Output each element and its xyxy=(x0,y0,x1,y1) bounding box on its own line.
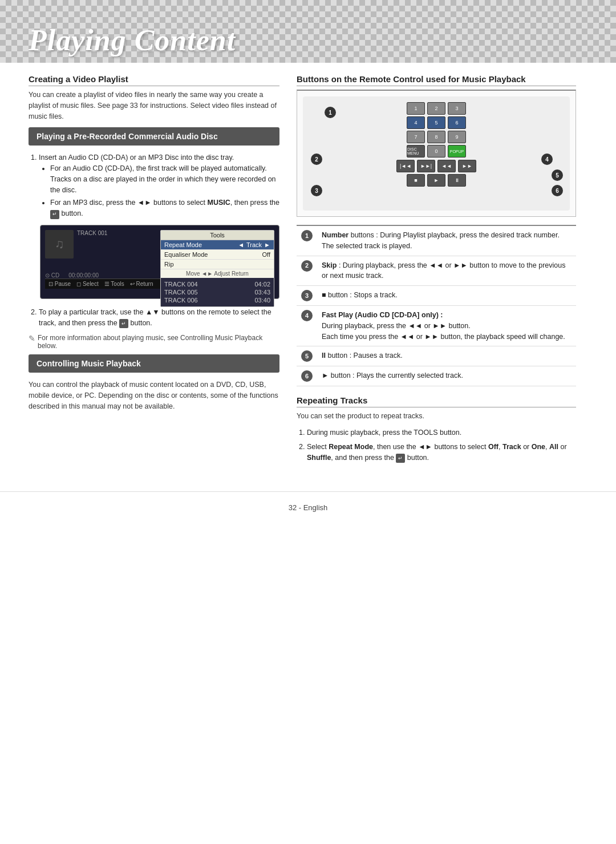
track-6-time: 03:40 xyxy=(254,297,270,304)
btn-play: ► xyxy=(427,174,445,187)
step-1-bullets: For an Audio CD (CD-DA), the first track… xyxy=(50,163,279,219)
one-bold: One xyxy=(532,443,545,451)
btn-6: 6 xyxy=(448,116,466,129)
track-bold: Track xyxy=(502,443,521,451)
equaliser-label: Equaliser Mode xyxy=(164,251,262,258)
ref-row-5: 5 II button : Pauses a track. xyxy=(297,346,576,366)
remote-buttons: 1 2 3 4 5 6 7 8 9 DISC MEN xyxy=(391,102,482,188)
track-6-name: TRACK 006 xyxy=(164,297,198,304)
circle-3: 3 xyxy=(301,290,313,301)
btn-3: 3 xyxy=(448,102,466,115)
ref-num-4: 4 xyxy=(297,306,317,346)
circle-2: 2 xyxy=(301,260,313,272)
tools-label: ☰ Tools xyxy=(104,281,124,287)
main-content: Creating a Video Playlist You can create… xyxy=(0,63,616,480)
diagram-label-2: 2 xyxy=(311,154,322,165)
repeating-title: Repeating Tracks xyxy=(297,395,576,407)
diagram-label-1: 1 xyxy=(325,107,336,118)
ref-title-6: ► xyxy=(322,371,329,379)
note-body: For more information about playing music… xyxy=(38,334,279,350)
repeat-mode-value: Track xyxy=(246,241,262,248)
track-item-2: TRACK 005 03:43 xyxy=(164,288,270,296)
page-header: Playing Content xyxy=(0,0,616,63)
remote-diagram: 1 2 3 4 5 6 7 8 9 DISC MEN xyxy=(303,96,570,211)
track-4-time: 04:02 xyxy=(254,281,270,288)
ref-title-2: Skip xyxy=(322,261,337,269)
btn-stop: ■ xyxy=(407,174,425,187)
player-main-row: ♫ TRACK 001 Tools Repeat Mode ◄ Track ► … xyxy=(45,230,274,270)
step-2: To play a particular track, use the ▲▼ b… xyxy=(39,307,279,329)
remote-title-text: Buttons on the Remote Control used for M… xyxy=(297,74,526,84)
btn-popup: POPUP xyxy=(448,145,466,158)
tools-header: Tools xyxy=(161,231,274,240)
off-bold: Off xyxy=(488,443,499,451)
equaliser-row: Equaliser Mode Off xyxy=(161,250,274,260)
rip-label: Rip xyxy=(164,261,270,268)
ref-title-5: II xyxy=(322,352,326,360)
btn-0: 0 xyxy=(427,145,445,158)
bullet-2: For an MP3 disc, press the ◄► buttons to… xyxy=(50,197,279,219)
step-2-list: To play a particular track, use the ▲▼ b… xyxy=(39,307,279,329)
ref-num-5: 5 xyxy=(297,346,317,366)
btn-fwd: ►► xyxy=(458,160,476,172)
tools-nav: Move ◄► Adjust Return xyxy=(161,269,274,278)
circle-1: 1 xyxy=(301,230,313,241)
ref-num-3: 3 xyxy=(297,286,317,306)
ref-desc-4: Fast Play (Audio CD [CD-DA] only) : Duri… xyxy=(317,306,576,346)
shuffle-bold: Shuffle xyxy=(307,454,331,462)
track-item-1: TRACK 004 04:02 xyxy=(164,280,270,288)
prerecorded-title: Playing a Pre-Recorded Commercial Audio … xyxy=(37,132,271,141)
repeating-step-1: During music playback, press the TOOLS b… xyxy=(307,427,576,438)
btn-disc-menu: DISC MENU xyxy=(407,145,425,158)
all-bold: All xyxy=(549,443,558,451)
creating-playlist-body: You can create a playlist of video files… xyxy=(29,90,279,122)
remote-row-skip: |◄◄ ►►| ◄◄ ►► xyxy=(391,160,482,172)
reference-table: 1 Number buttons : During Playlist playb… xyxy=(297,225,576,386)
repeating-steps: During music playback, press the TOOLS b… xyxy=(307,427,576,463)
btn-7: 7 xyxy=(407,131,425,143)
ref-title-4: Fast Play (Audio CD [CD-DA] only) : xyxy=(322,311,443,319)
remote-row-2: 4 5 6 xyxy=(391,116,482,129)
circle-6: 6 xyxy=(301,370,313,382)
remote-row-play: ■ ► ⏸ xyxy=(391,174,482,187)
btn-8: 8 xyxy=(427,131,445,143)
left-column: Creating a Video Playlist You can create… xyxy=(29,74,279,469)
circle-5: 5 xyxy=(301,350,313,362)
track-4-name: TRACK 004 xyxy=(164,281,198,288)
remote-diagram-container: 1 2 3 4 5 6 7 8 9 DISC MEN xyxy=(297,90,576,217)
btn-prev: |◄◄ xyxy=(396,160,415,172)
btn-rwd: ◄◄ xyxy=(437,160,456,172)
ref-row-3: 3 ■ button : Stops a track. xyxy=(297,286,576,306)
btn-pause: ⏸ xyxy=(448,174,466,187)
btn-5: 5 xyxy=(427,116,445,129)
tools-menu: Tools Repeat Mode ◄ Track ► Equaliser Mo… xyxy=(160,230,274,307)
select-label: ◻ Select xyxy=(76,281,99,287)
btn-2: 2 xyxy=(427,102,445,115)
ref-title-1: Number xyxy=(322,231,348,239)
enter-btn-2: ↵ xyxy=(119,319,128,328)
page-footer: 32 - English xyxy=(0,491,616,523)
btn-1: 1 xyxy=(407,102,425,115)
ref-title-3: ■ xyxy=(322,291,326,299)
ref-desc-1: Number buttons : During Playlist playbac… xyxy=(317,225,576,256)
repeat-mode-row: Repeat Mode ◄ Track ► xyxy=(161,240,274,250)
equaliser-value: Off xyxy=(262,251,270,258)
remote-row-3: 7 8 9 xyxy=(391,131,482,143)
prerecorded-steps: Insert an Audio CD (CD-DA) or an MP3 Dis… xyxy=(39,152,279,219)
step-1: Insert an Audio CD (CD-DA) or an MP3 Dis… xyxy=(39,152,279,219)
remote-section-title: Buttons on the Remote Control used for M… xyxy=(297,74,576,86)
btn-9: 9 xyxy=(448,131,466,143)
ref-num-1: 1 xyxy=(297,225,317,256)
player-ui: ♫ TRACK 001 Tools Repeat Mode ◄ Track ► … xyxy=(40,225,279,299)
repeat-arrow-left: ◄ xyxy=(238,241,244,248)
ref-num-2: 2 xyxy=(297,256,317,286)
cd-icon: ⊙ CD xyxy=(45,272,59,278)
ref-desc-3: ■ button : Stops a track. xyxy=(317,286,576,306)
return-label: ↩ Return xyxy=(130,281,153,287)
diagram-label-5: 5 xyxy=(552,169,563,181)
bullet-1: For an Audio CD (CD-DA), the first track… xyxy=(50,163,279,195)
repeating-step-2: Select Repeat Mode, then use the ◄► butt… xyxy=(307,442,576,463)
nav-hint: Move ◄► Adjust Return xyxy=(186,270,249,277)
prerecorded-box: Playing a Pre-Recorded Commercial Audio … xyxy=(29,127,279,146)
rip-row: Rip xyxy=(161,260,274,269)
